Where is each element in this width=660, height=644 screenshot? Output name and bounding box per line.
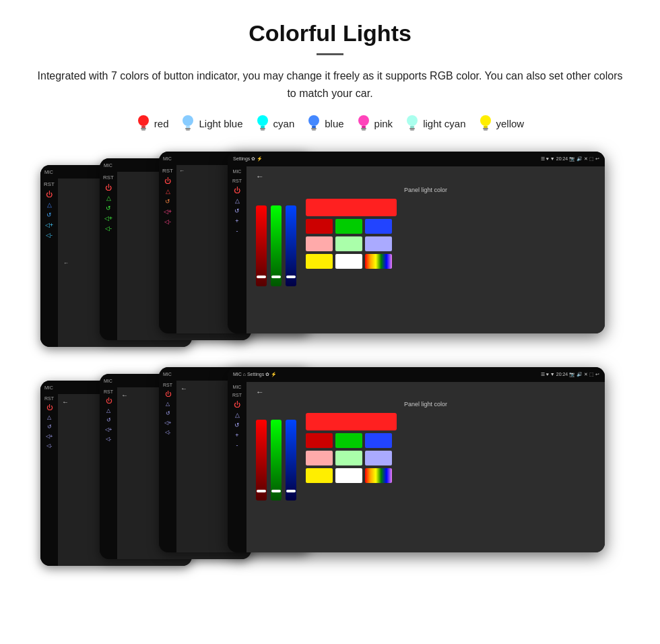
status-b1: MIC	[44, 385, 53, 390]
svg-point-4	[183, 115, 193, 126]
bscreen-main: ← Panel light color	[246, 382, 605, 552]
bswatch-green[interactable]	[335, 433, 362, 448]
color-item-lightcyan: light cyan	[405, 114, 465, 133]
svg-rect-11	[261, 129, 265, 131]
bsliders-area	[256, 413, 296, 501]
description: Integrated with 7 colors of button indic…	[34, 67, 626, 102]
b3-volu: ◁+	[164, 420, 172, 426]
side-volu: +	[235, 218, 238, 224]
bswatch-darkred[interactable]	[306, 433, 333, 448]
svg-rect-13	[312, 126, 316, 128]
svg-rect-15	[312, 129, 316, 131]
color-item-blue: blue	[306, 114, 343, 133]
swatch-blue[interactable]	[365, 219, 392, 234]
side-icon-voldown-3: ◁-	[164, 218, 171, 225]
svg-rect-18	[361, 128, 366, 129]
swatch-lightblue[interactable]	[365, 236, 392, 251]
bulb-lightcyan	[405, 114, 420, 133]
status-bar-bmain: MIC ⌂ Settings ✿ ⚡ ☰ ♥ ▼ 20:24 📷 🔊 ✕ ⬚ ↩	[228, 367, 605, 382]
bswatch-row-1	[306, 433, 397, 448]
side-icon-refresh: ↺	[46, 212, 52, 218]
svg-rect-19	[362, 129, 366, 131]
b1-volu: ◁+	[46, 433, 53, 439]
sidebar-3: RST ⏻ △ ↺ ◁+ ◁-	[159, 165, 176, 333]
svg-rect-21	[410, 126, 414, 128]
sidebar-b2: RST ⏻ △ ↺ ◁+ ◁-	[100, 387, 117, 559]
bstatus-right: ☰ ♥ ▼ 20:24 📷 🔊 ✕ ⬚ ↩	[541, 372, 599, 377]
swatch-rainbow[interactable]	[365, 254, 392, 269]
swatch-row-1	[306, 219, 397, 234]
swatch-row-2	[306, 236, 397, 251]
bgreen-slider[interactable]	[271, 420, 282, 501]
swatch-wide-red[interactable]	[306, 199, 397, 216]
blue-slider[interactable]	[286, 205, 296, 286]
bside-vold: -	[236, 442, 238, 449]
bsidebar-main: MIC RST ⏻ △ ↺ + -	[228, 382, 246, 552]
svg-rect-22	[409, 128, 415, 129]
device-card-bmain: MIC ⌂ Settings ✿ ⚡ ☰ ♥ ▼ 20:24 📷 🔊 ✕ ⬚ ↩…	[228, 367, 605, 552]
side-vold: -	[236, 228, 238, 234]
bswatch-lightblue[interactable]	[365, 451, 392, 465]
swatch-darkred[interactable]	[306, 219, 333, 234]
color-item-yellow: yellow	[478, 114, 525, 133]
color-item-pink: pink	[356, 114, 393, 133]
color-label-cyan: cyan	[273, 118, 295, 129]
side-icon-refresh-2: ↺	[106, 205, 111, 212]
bside-volu: +	[235, 432, 238, 439]
svg-point-16	[358, 115, 369, 126]
bpanel-label: Panel light color	[256, 401, 595, 408]
side-icon-rst: RST	[44, 181, 55, 187]
nav-back-main: ←	[256, 172, 595, 181]
b3-home: △	[166, 401, 170, 407]
status-left-2: MIC	[104, 163, 112, 168]
status-left-3: MIC	[163, 156, 172, 161]
svg-point-24	[480, 115, 491, 126]
swatch-yellow[interactable]	[306, 254, 333, 269]
sidebar-1: RST ⏻ △ ↺ ◁+ ◁-	[40, 179, 58, 347]
bulb-yellow	[478, 114, 493, 133]
side-icon-voldown-2: ◁-	[105, 225, 112, 232]
bside-power: ⏻	[234, 401, 240, 408]
b2-home: △	[106, 408, 110, 414]
bblue-slider[interactable]	[286, 420, 296, 501]
b2-rst: RST	[104, 389, 113, 394]
color-item-red: red	[136, 114, 169, 133]
status-b3: MIC	[163, 372, 172, 377]
bswatch-yellow[interactable]	[306, 468, 333, 483]
bulb-red	[136, 114, 151, 133]
bswatch-wide-red[interactable]	[306, 413, 397, 430]
b2-power: ⏻	[106, 397, 112, 404]
b1-ref: ↺	[47, 424, 52, 430]
b3-vold: ◁-	[165, 429, 171, 435]
bswatch-rainbow[interactable]	[365, 468, 392, 483]
bcolor-picker-area	[256, 413, 595, 501]
b2-vold: ◁-	[106, 436, 112, 442]
svg-rect-14	[311, 128, 317, 129]
svg-rect-10	[260, 128, 265, 129]
blue-slider-handle	[286, 276, 296, 278]
status-bar-main: Settings ✿ ⚡ ☰ ♥ ▼ 20:24 📷 🔊 ✕ ⬚ ↩	[228, 152, 605, 166]
green-slider[interactable]	[271, 205, 282, 286]
bred-handle	[257, 490, 266, 492]
bswatch-pink[interactable]	[306, 451, 333, 465]
swatch-white[interactable]	[335, 254, 362, 269]
bswatch-white[interactable]	[335, 468, 362, 483]
bswatch-lightgreen[interactable]	[335, 451, 362, 465]
bred-slider[interactable]	[256, 420, 267, 501]
sidebar-2: RST ⏻ △ ↺ ◁+ ◁-	[100, 172, 117, 340]
color-swatches	[306, 199, 397, 269]
bblue-handle	[286, 490, 296, 492]
bside-mic: MIC	[233, 385, 242, 389]
svg-point-0	[138, 115, 149, 126]
swatch-green[interactable]	[335, 219, 362, 234]
bswatch-blue[interactable]	[365, 433, 392, 448]
b2-volu: ◁+	[105, 426, 112, 432]
color-label-pink: pink	[374, 118, 393, 129]
red-slider[interactable]	[256, 205, 267, 286]
svg-point-12	[308, 115, 319, 126]
swatch-pink[interactable]	[306, 236, 333, 251]
bstatus-left: MIC ⌂ Settings ✿ ⚡	[233, 372, 277, 377]
bottom-device-section: MIC ⌂ Se RST ⏻ △ ↺ ◁+ ◁- ←	[27, 367, 633, 576]
swatch-lightgreen[interactable]	[335, 236, 362, 251]
color-label-lightblue: Light blue	[199, 118, 242, 129]
